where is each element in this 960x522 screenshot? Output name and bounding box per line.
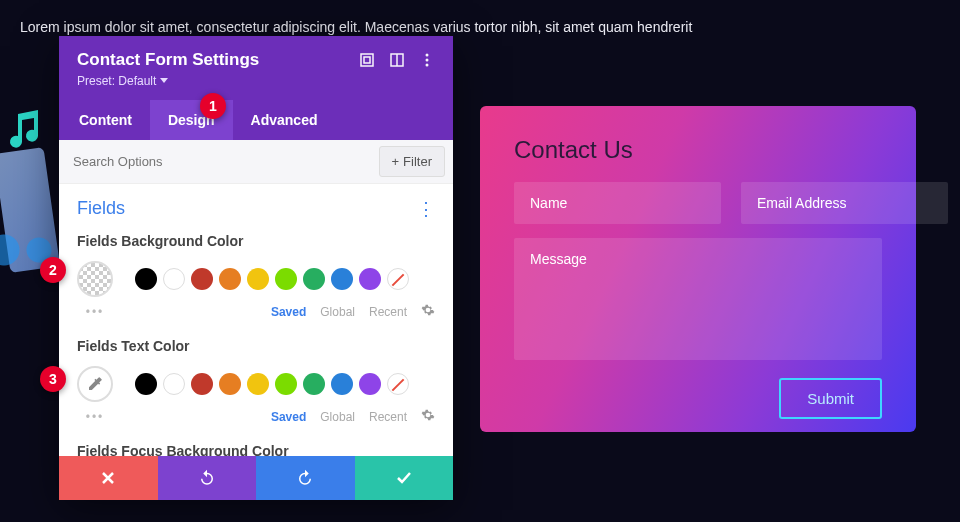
palette-settings-icon[interactable] <box>421 303 435 320</box>
email-field[interactable] <box>741 182 948 224</box>
palette-recent-tab[interactable]: Recent <box>369 305 407 319</box>
filter-label: Filter <box>403 154 432 169</box>
swatch-lime[interactable] <box>275 268 297 290</box>
panel-footer <box>59 456 453 500</box>
panel-body: Fields ⋮ Fields Background Color ••• Sav… <box>59 184 453 456</box>
swatch-orange[interactable] <box>219 373 241 395</box>
swatch-lime[interactable] <box>275 373 297 395</box>
redo-icon <box>296 469 314 487</box>
cancel-button[interactable] <box>59 456 158 500</box>
submit-button[interactable]: Submit <box>779 378 882 419</box>
swatch-purple[interactable] <box>359 373 381 395</box>
palette-settings-icon[interactable] <box>421 408 435 425</box>
tab-advanced[interactable]: Advanced <box>233 100 336 140</box>
preset-dropdown[interactable]: Preset: Default <box>77 74 435 88</box>
swatches-fields-text <box>77 366 435 402</box>
tab-content[interactable]: Content <box>61 100 150 140</box>
contact-form-preview: Contact Us Submit <box>480 106 916 432</box>
search-input[interactable] <box>59 142 371 181</box>
label-fields-bg-color: Fields Background Color <box>77 233 435 249</box>
swatch-red[interactable] <box>191 373 213 395</box>
svg-point-3 <box>426 54 429 57</box>
swatch-green[interactable] <box>303 373 325 395</box>
swatch-yellow[interactable] <box>247 268 269 290</box>
swatch-blue[interactable] <box>331 373 353 395</box>
swatch-black[interactable] <box>135 373 157 395</box>
more-options-icon[interactable] <box>419 52 435 68</box>
panel-layout-icon[interactable] <box>389 52 405 68</box>
svg-point-5 <box>426 64 429 67</box>
section-more-icon[interactable]: ⋮ <box>417 200 435 218</box>
annotation-badge-3: 3 <box>40 366 66 392</box>
swatch-blue[interactable] <box>331 268 353 290</box>
swatches-fields-bg <box>77 261 435 297</box>
palette-saved-tab[interactable]: Saved <box>271 305 306 319</box>
swatch-options-icon[interactable]: ••• <box>77 305 113 319</box>
panel-tabs: Content Design Advanced <box>59 100 453 140</box>
swatch-white[interactable] <box>163 268 185 290</box>
chevron-down-icon <box>160 78 168 84</box>
background-decoration <box>0 100 60 360</box>
undo-button[interactable] <box>158 456 257 500</box>
label-fields-text-color: Fields Text Color <box>77 338 435 354</box>
name-field[interactable] <box>514 182 721 224</box>
swatch-purple[interactable] <box>359 268 381 290</box>
current-swatch-eyedropper[interactable] <box>77 366 113 402</box>
plus-icon: + <box>392 154 400 169</box>
annotation-badge-2: 2 <box>40 257 66 283</box>
swatch-black[interactable] <box>135 268 157 290</box>
undo-icon <box>198 469 216 487</box>
preview-title: Contact Us <box>514 136 882 164</box>
save-button[interactable] <box>355 456 454 500</box>
music-note-icon <box>8 110 42 152</box>
swatch-yellow[interactable] <box>247 373 269 395</box>
swatch-green[interactable] <box>303 268 325 290</box>
section-title-fields[interactable]: Fields <box>77 198 125 219</box>
palette-recent-tab[interactable]: Recent <box>369 410 407 424</box>
swatch-none[interactable] <box>387 373 409 395</box>
panel-header: Contact Form Settings Preset: Default <box>59 36 453 100</box>
search-row: + Filter <box>59 140 453 184</box>
palette-global-tab[interactable]: Global <box>320 410 355 424</box>
svg-rect-0 <box>361 54 373 66</box>
swatch-white[interactable] <box>163 373 185 395</box>
swatch-options-icon[interactable]: ••• <box>77 410 113 424</box>
palette-global-tab[interactable]: Global <box>320 305 355 319</box>
swatch-none[interactable] <box>387 268 409 290</box>
swatch-red[interactable] <box>191 268 213 290</box>
current-swatch-transparent[interactable] <box>77 261 113 297</box>
panel-title: Contact Form Settings <box>77 50 259 70</box>
svg-point-4 <box>426 59 429 62</box>
check-icon <box>396 470 412 486</box>
redo-button[interactable] <box>256 456 355 500</box>
palette-saved-tab[interactable]: Saved <box>271 410 306 424</box>
swatch-orange[interactable] <box>219 268 241 290</box>
close-icon <box>101 471 115 485</box>
filter-button[interactable]: + Filter <box>379 146 445 177</box>
expand-icon[interactable] <box>359 52 375 68</box>
settings-panel: Contact Form Settings Preset: Default Co… <box>59 36 453 500</box>
label-fields-focus-bg-color: Fields Focus Background Color <box>77 443 435 456</box>
preset-label: Preset: Default <box>77 74 156 88</box>
annotation-badge-1: 1 <box>200 93 226 119</box>
message-field[interactable] <box>514 238 882 360</box>
